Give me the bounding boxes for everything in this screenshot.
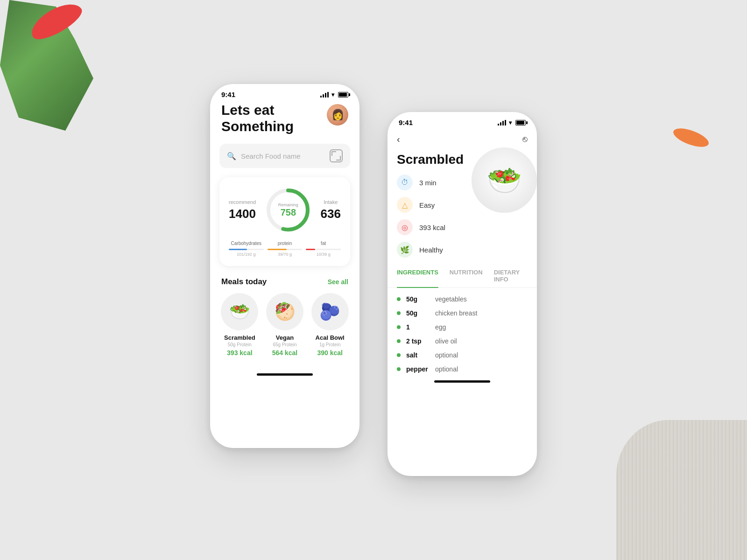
meal-protein-acai: 1g Protein [310,342,350,347]
meals-header: Meals today See all [219,277,350,287]
meta-kcal: ◎ 393 kcal [397,219,528,235]
meal-image-vegan: 🥙 [266,293,303,330]
ingredient-amount-4: 2 tsp [406,337,430,345]
chili-decoration [26,0,86,45]
ingredient-amount-1: 50g [406,295,430,303]
search-placeholder-text: Search Food name [241,152,325,160]
donut-center: Remaining 758 [278,203,298,218]
recommend-value: 1400 [229,207,256,221]
meal-image-scrambled: 🥗 [221,293,258,330]
phone-2: 9:41 ▾ ‹ ⎋ Scrambled � [388,112,537,476]
recipe-tabs: INGREDIENTS NUTRITION DIETARY INFO [388,269,537,288]
ingredient-name-6: optional [435,365,458,373]
ingredient-oil: 2 tsp olive oil [397,337,528,345]
status-icons-1: ▾ [320,91,348,98]
battery-icon-2 [515,120,526,126]
greeting-title: Lets eat Something [221,102,294,134]
meal-card-scrambled[interactable]: 🥗 Scrambled 50g Protein 393 kcal [219,293,260,357]
meal-protein-scrambled: 50g Protein [219,342,260,347]
ingredient-name-2: chicken breast [435,309,477,317]
nutrition-top: recommend 1400 Remaining 758 [229,187,341,233]
ingredient-amount-3: 1 [406,323,430,331]
time-value: 3 min [419,179,437,187]
meal-image-acai: 🫐 [311,293,349,330]
meal-kcal-vegan: 564 kcal [265,349,305,357]
status-time-2: 9:41 [399,119,413,126]
home-indicator-1 [257,373,313,376]
meal-name-acai: Acal Bowl [310,334,350,341]
macro-bars: Carbohydrates 101/192 g protein [229,241,341,257]
ingredients-list: 50g vegetables 50g chicken breast 1 egg … [388,295,537,373]
home-indicator-2 [434,380,490,383]
health-icon: 🌿 [397,242,413,258]
search-icon: 🔍 [227,152,236,161]
nutrition-card: recommend 1400 Remaining 758 [219,177,350,266]
carrot-decoration [671,125,711,151]
meal-protein-vegan: 65g Protein [265,342,305,347]
tab-ingredients[interactable]: INGREDIENTS [397,269,438,287]
wifi-icon-2: ▾ [509,119,512,126]
knit-decoration [616,420,747,560]
scan-icon[interactable] [330,149,343,162]
recommend-label: recommend [229,199,256,205]
meal-card-vegan[interactable]: 🥙 Vegan 65g Protein 564 kcal [265,293,305,357]
time-icon: ⏱ [397,175,413,190]
phones-container: 9:41 ▾ Lets eat Something [210,84,537,476]
ingredient-salt: salt optional [397,351,528,359]
ingredient-name-5: optional [435,351,458,359]
ingredient-name-3: egg [435,323,446,331]
ingredient-name-1: vegetables [435,295,467,303]
phone-1: 9:41 ▾ Lets eat Something [210,84,359,448]
tab-dietary[interactable]: DIETARY INFO [494,269,528,287]
intake-label: Intake [321,199,341,205]
share-button[interactable]: ⎋ [522,134,528,144]
tab-nutrition[interactable]: NUTRITION [450,269,483,287]
ingredient-egg: 1 egg [397,323,528,331]
status-time-1: 9:41 [221,91,235,98]
difficulty-value: Easy [419,201,435,209]
wifi-icon: ▾ [331,91,334,98]
ingredient-name-4: olive oil [435,337,457,345]
kcal-value: 393 kcal [419,224,445,231]
intake-stat: Intake 636 [321,199,341,221]
ingredient-amount-5: salt [406,351,430,359]
fat-macro: fat 10/39 g [306,241,341,257]
kcal-icon: ◎ [397,219,413,235]
ingredient-chicken: 50g chicken breast [397,309,528,317]
ingredient-amount-6: pepper [406,365,430,373]
meta-health: 🌿 Healthy [397,242,528,258]
status-bar-1: 9:41 ▾ [210,84,359,102]
avatar[interactable]: 👩 [327,104,348,126]
recipe-image: 🥗 [472,147,537,213]
difficulty-icon: △ [397,197,413,213]
ingredient-vegetables: 50g vegetables [397,295,528,303]
header-row: Lets eat Something 👩 [219,102,350,134]
meal-kcal-scrambled: 393 kcal [219,349,260,357]
recipe-header: Scrambled 🥗 [388,152,537,167]
status-bar-2: 9:41 ▾ [388,112,537,130]
recommend-stat: recommend 1400 [229,199,256,221]
status-icons-2: ▾ [498,119,526,126]
meal-cards: 🥗 Scrambled 50g Protein 393 kcal 🥙 Vegan… [219,293,350,357]
signal-icon [320,92,329,98]
meal-name-scrambled: Scrambled [219,334,260,341]
ingredient-amount-2: 50g [406,309,430,317]
meal-card-acai[interactable]: 🫐 Acal Bowl 1g Protein 390 kcal [310,293,350,357]
carbs-macro: Carbohydrates 101/192 g [229,241,264,257]
protein-macro: protein 39/70 g [268,241,303,257]
health-value: Healthy [419,246,443,254]
intake-value: 636 [321,207,341,221]
meal-kcal-acai: 390 kcal [310,349,350,357]
back-button[interactable]: ‹ [397,134,400,145]
battery-icon [338,92,348,98]
signal-icon-2 [498,120,506,126]
herb-decoration [0,0,93,131]
donut-chart: Remaining 758 [265,187,311,233]
meal-name-vegan: Vegan [265,334,305,341]
see-all-button[interactable]: See all [328,278,348,286]
search-bar[interactable]: 🔍 Search Food name [219,144,350,168]
meals-title: Meals today [221,277,267,287]
ingredient-pepper: pepper optional [397,365,528,373]
